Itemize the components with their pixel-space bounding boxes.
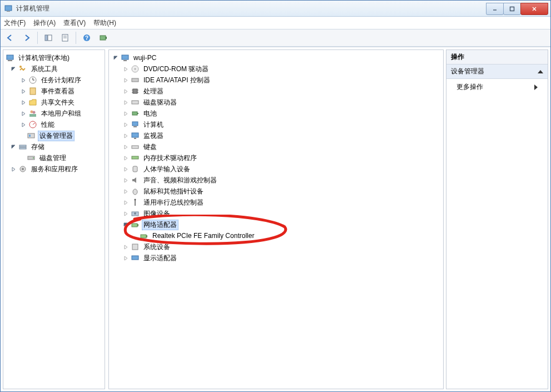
tree-label: 共享文件夹 [39,97,76,108]
clock-icon [28,76,37,85]
svg-rect-52 [132,146,138,148]
svg-rect-13 [100,36,106,40]
device-root[interactable]: wuji-PC [109,52,443,63]
device-network-realtek[interactable]: Realtek PCIe FE Family Controller [109,230,443,241]
storage-icon [18,142,27,151]
svg-rect-21 [30,88,36,95]
expand-icon[interactable] [20,88,27,95]
expand-icon[interactable] [122,110,129,117]
cpu-icon [131,87,140,96]
scan-hardware-button[interactable] [96,31,111,45]
memory-icon [131,153,140,162]
expand-icon[interactable] [122,143,129,150]
device-label: 电池 [142,108,158,119]
device-usb[interactable]: 通用串行总线控制器 [109,197,443,208]
toolbar: ? [1,29,550,47]
expand-icon[interactable] [122,199,129,206]
tree-label: 计算机管理(本地) [17,53,71,63]
menu-help[interactable]: 帮助(H) [93,18,116,28]
services-icon [18,165,27,173]
usb-icon [131,198,140,207]
device-label: 显示适配器 [142,253,178,264]
svg-rect-27 [28,133,34,138]
collapse-icon[interactable] [122,221,129,228]
device-label: 通用串行总线控制器 [142,197,205,208]
monitor-icon [131,131,140,140]
expand-icon[interactable] [122,77,129,83]
tree-storage[interactable]: 存储 [3,141,105,152]
expand-icon[interactable] [122,155,129,161]
expand-icon[interactable] [122,121,129,128]
close-button[interactable] [520,3,548,15]
imaging-icon [131,209,140,218]
expand-icon[interactable] [122,244,129,250]
device-label: IDE ATA/ATAPI 控制器 [142,75,212,86]
actions-more[interactable]: 更多操作 [446,79,548,95]
device-manager-icon [27,131,36,140]
device-system-devices[interactable]: 系统设备 [109,241,443,252]
maximize-button[interactable] [503,3,521,15]
device-disk-drives[interactable]: 磁盘驱动器 [109,97,443,108]
svg-rect-50 [132,133,138,137]
svg-rect-30 [19,147,26,149]
device-memory-tech[interactable]: 内存技术驱动程序 [109,152,443,163]
collapse-icon[interactable] [10,66,17,72]
device-imaging[interactable]: 图像设备 [109,208,443,219]
svg-rect-29 [19,145,26,147]
expand-icon[interactable] [122,99,129,106]
expand-icon[interactable] [122,177,129,183]
svg-rect-60 [132,224,137,227]
expand-icon[interactable] [20,110,27,117]
device-label: wuji-PC [132,53,158,62]
expand-icon[interactable] [122,132,129,139]
actions-context[interactable]: 设备管理器 [446,64,548,79]
collapse-icon[interactable] [10,143,17,150]
back-button[interactable] [3,31,17,45]
expand-icon[interactable] [122,255,129,261]
device-cpu[interactable]: 处理器 [109,86,443,97]
expand-icon[interactable] [122,210,129,217]
svg-rect-62 [141,235,146,238]
device-dvd[interactable]: DVD/CD-ROM 驱动器 [109,63,443,75]
tree-local-users[interactable]: 本地用户和组 [3,108,105,119]
device-computer[interactable]: 计算机 [109,119,443,130]
properties-button[interactable] [58,31,72,45]
minimize-button[interactable] [486,3,504,15]
expand-icon[interactable] [20,77,27,83]
svg-rect-16 [8,60,12,61]
expand-icon[interactable] [20,99,27,106]
device-ide[interactable]: IDE ATA/ATAPI 控制器 [109,75,443,86]
collapse-icon[interactable] [112,54,119,61]
forward-button[interactable] [19,31,34,45]
tree-performance[interactable]: 性能 [3,119,105,130]
expand-icon[interactable] [122,188,129,195]
device-keyboard[interactable]: 键盘 [109,141,443,152]
device-hid[interactable]: 人体学输入设备 [109,163,443,175]
tree-services-apps[interactable]: 服务和应用程序 [3,163,105,175]
device-monitor[interactable]: 监视器 [109,130,443,141]
menu-view[interactable]: 查看(V) [63,18,86,28]
device-battery[interactable]: 电池 [109,108,443,119]
tree-disk-management[interactable]: 磁盘管理 [3,152,105,163]
tree-shared-folders[interactable]: 共享文件夹 [3,97,105,108]
expand-icon[interactable] [122,66,129,72]
help-button[interactable]: ? [80,31,94,45]
tree-event-viewer[interactable]: 事件查看器 [3,86,105,97]
show-console-tree-button[interactable] [41,31,56,45]
menu-file[interactable]: 文件(F) [4,18,26,28]
menu-action[interactable]: 操作(A) [33,18,56,28]
expand-icon[interactable] [20,121,27,128]
tree-device-manager[interactable]: 设备管理器 [3,130,105,141]
device-network-adapters[interactable]: 网络适配器 [109,219,443,230]
device-display[interactable]: 显示适配器 [109,252,443,264]
tree-task-scheduler[interactable]: 任务计划程序 [3,75,105,86]
expand-icon[interactable] [122,88,129,95]
device-sound[interactable]: 声音、视频和游戏控制器 [109,175,443,186]
tree-system-tools[interactable]: 系统工具 [3,63,105,75]
expand-icon[interactable] [10,166,17,172]
svg-rect-63 [146,235,147,237]
expand-icon[interactable] [122,166,129,172]
tree-label: 存储 [29,142,46,152]
device-mouse[interactable]: 鼠标和其他指针设备 [109,186,443,197]
tree-root-computer-management[interactable]: 计算机管理(本地) [3,52,105,63]
